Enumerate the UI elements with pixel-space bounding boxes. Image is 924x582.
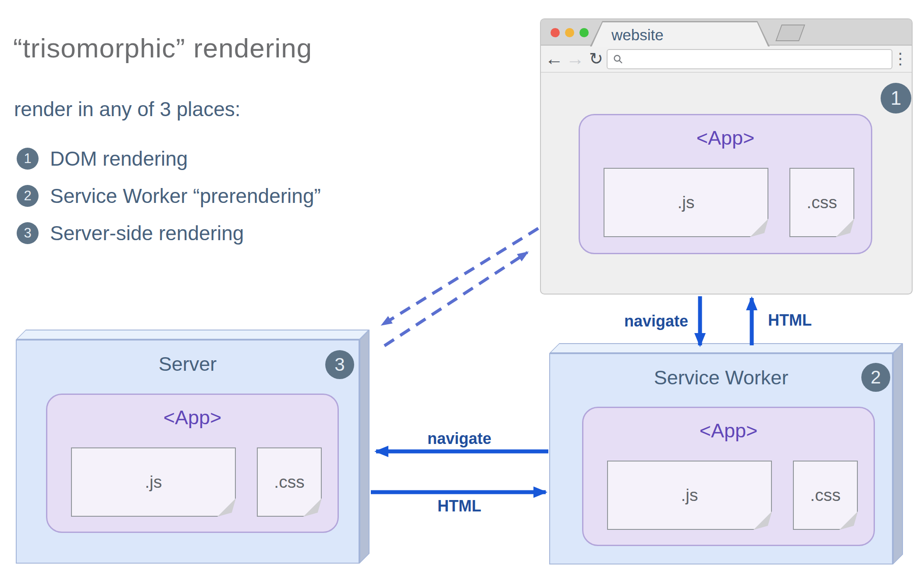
window-maximize-dot[interactable] <box>579 28 589 37</box>
js-file-label: .js <box>681 486 698 505</box>
server-title: Server <box>16 353 359 376</box>
html-up-label: HTML <box>768 311 812 330</box>
page-fold <box>750 219 768 237</box>
css-file-icon: .css <box>793 461 858 530</box>
page-title: “trisomorphic” rendering <box>13 32 312 64</box>
list-item: 2 Service Worker “prerendering” <box>17 185 321 207</box>
list-item: 3 Server-side rendering <box>17 222 321 245</box>
js-file-label: .js <box>145 472 162 492</box>
window-minimize-dot[interactable] <box>565 28 574 37</box>
trisomorphic-rendering-diagram: “trisomorphic” rendering render in any o… <box>0 0 924 582</box>
list-item-label: DOM rendering <box>50 147 188 170</box>
list-number-badge: 2 <box>17 185 39 207</box>
css-file-label: .css <box>807 193 837 212</box>
page-fold <box>217 498 236 517</box>
browser-tab[interactable]: website <box>591 22 768 47</box>
browser-tab-strip: website <box>541 19 912 46</box>
browser-window: website ← → ↻ ⋮ 1 <App> .js <box>540 18 913 295</box>
list-number-badge: 3 <box>17 222 39 244</box>
menu-dots-icon[interactable]: ⋮ <box>892 46 909 72</box>
page-fold <box>839 511 858 530</box>
forward-icon: → <box>565 46 585 72</box>
html-right-label: HTML <box>416 497 503 515</box>
js-file-icon: .js <box>604 168 768 237</box>
tab-title: website <box>611 26 664 44</box>
page-subtitle: render in any of 3 places: <box>14 97 241 121</box>
app-component-label: <App> <box>580 127 871 149</box>
sw-box-side-face <box>893 343 903 564</box>
css-file-label: .css <box>810 486 840 505</box>
server-node: Server 3 <App> .js .css <box>16 340 359 564</box>
app-component-label: <App> <box>47 406 338 429</box>
page-fold <box>753 511 772 530</box>
js-file-label: .js <box>678 193 695 212</box>
service-worker-node: Service Worker 2 <App> .js .css <box>549 353 893 564</box>
app-component-label: <App> <box>583 419 874 442</box>
list-item: 1 DOM rendering <box>17 147 321 170</box>
css-file-icon: .css <box>789 168 854 237</box>
page-fold <box>836 219 854 237</box>
sw-app-box: <App> .js .css <box>582 407 875 546</box>
dashed-arrow-to-server <box>382 228 538 325</box>
new-tab-button[interactable] <box>775 25 805 41</box>
browser-toolbar: ← → ↻ ⋮ <box>541 46 912 73</box>
step-badge-3: 3 <box>325 350 354 379</box>
server-box-top-face <box>16 330 370 340</box>
reload-icon[interactable]: ↻ <box>586 46 606 72</box>
window-close-dot[interactable] <box>551 28 560 37</box>
sw-box-top-face <box>549 343 903 353</box>
back-icon[interactable]: ← <box>544 46 564 72</box>
step-badge-1: 1 <box>881 83 911 114</box>
navigate-down-label: navigate <box>601 312 688 330</box>
url-bar[interactable] <box>607 49 892 69</box>
step-badge-2: 2 <box>861 363 890 392</box>
page-fold <box>303 498 322 517</box>
list-number-badge: 1 <box>17 148 39 170</box>
dashed-arrow-to-browser <box>384 252 527 346</box>
search-icon <box>613 54 623 64</box>
list-item-label: Service Worker “prerendering” <box>50 184 321 208</box>
css-file-icon: .css <box>257 447 322 517</box>
server-app-box: <App> .js .css <box>46 394 339 533</box>
js-file-icon: .js <box>607 461 772 530</box>
browser-app-box: <App> .js .css <box>579 114 872 254</box>
navigate-left-label: navigate <box>416 429 503 448</box>
list-item-label: Server-side rendering <box>50 221 244 245</box>
js-file-icon: .js <box>71 447 236 517</box>
server-box-side-face <box>359 330 370 564</box>
css-file-label: .css <box>274 472 304 492</box>
render-places-list: 1 DOM rendering 2 Service Worker “preren… <box>17 147 321 259</box>
service-worker-title: Service Worker <box>549 366 893 389</box>
